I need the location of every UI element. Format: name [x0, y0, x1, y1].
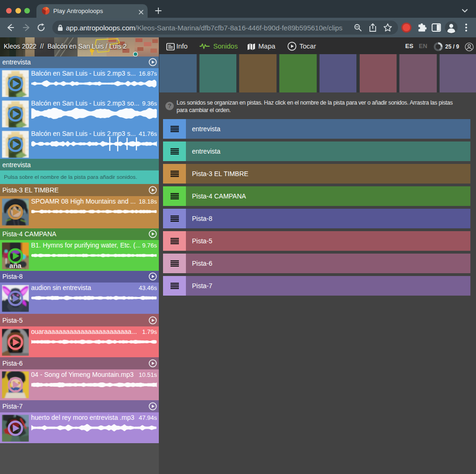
svg-text:aña: aña: [9, 262, 22, 269]
